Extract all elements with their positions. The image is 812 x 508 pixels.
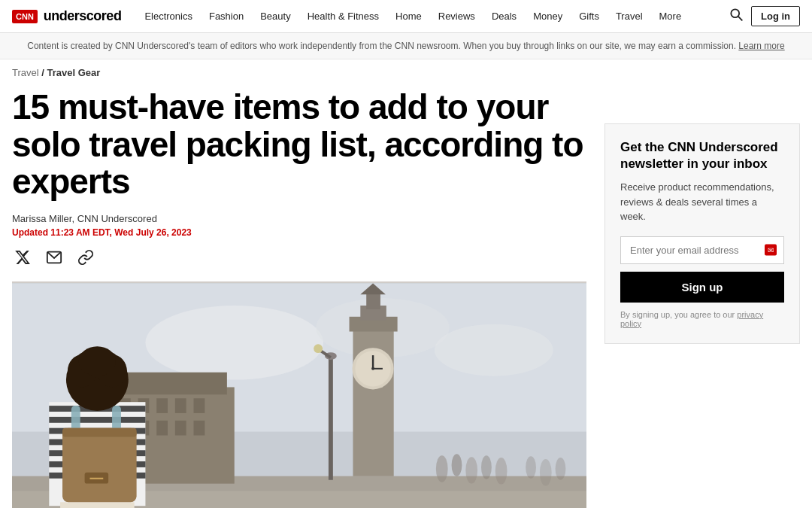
svg-point-59 [452,454,462,476]
article-date-text: 11:23 AM EDT, Wed July 26, 2023 [50,227,191,238]
page-content: 15 must-have items to add to your solo t… [0,86,812,508]
svg-point-61 [481,455,492,479]
copy-link-button[interactable] [75,247,96,268]
email-icon: ✉ [765,245,777,256]
breadcrumb-gear: Travel Gear [47,67,101,78]
nav-link-home[interactable]: Home [387,11,430,22]
svg-rect-21 [156,421,168,436]
article-date: Updated 11:23 AM EDT, Wed July 26, 2023 [12,227,586,238]
newsletter-signup-button[interactable]: Sign up [620,272,784,303]
breadcrumb-travel[interactable]: Travel [12,67,39,78]
svg-point-0 [731,9,739,17]
disclaimer-text: Content is created by CNN Underscored's … [27,41,736,51]
svg-rect-16 [175,398,186,413]
svg-rect-54 [62,428,137,503]
svg-rect-15 [156,398,168,413]
terms-prefix: By signing up, you agree to our [620,310,735,319]
svg-rect-55 [62,428,137,437]
nav-link-beauty[interactable]: Beauty [252,11,298,22]
email-share-button[interactable] [44,247,65,268]
svg-point-63 [526,456,536,479]
nav-actions: Log in [729,6,800,26]
nav-link-deals[interactable]: Deals [483,11,525,22]
svg-point-58 [436,455,448,482]
breadcrumb-separator: / [41,67,47,78]
svg-rect-46 [60,502,135,508]
svg-rect-24 [353,321,393,476]
social-share-bar [12,247,586,268]
svg-rect-23 [194,421,205,436]
article-main: 15 must-have items to add to your solo t… [12,86,586,508]
disclaimer-bar: Content is created by CNN Underscored's … [0,33,812,59]
disclaimer-learn-more[interactable]: Learn more [738,41,784,51]
newsletter-title: Get the CNN Underscored newsletter in yo… [620,139,784,172]
cnn-logo: CNN [12,10,38,23]
nav-link-travel[interactable]: Travel [607,11,651,22]
breadcrumb: Travel / Travel Gear [0,59,812,86]
nav-links: ElectronicsFashionBeautyHealth & Fitness… [136,11,729,22]
article-hero-image [12,281,586,508]
email-input-wrapper: ✉ [620,236,784,264]
svg-point-60 [465,457,477,483]
newsletter-description: Receive product recommendations, reviews… [620,180,784,224]
nav-link-electronics[interactable]: Electronics [136,11,201,22]
svg-point-7 [435,324,553,376]
svg-rect-57 [90,478,104,479]
svg-rect-40 [49,417,145,423]
login-button[interactable]: Log in [751,6,800,26]
newsletter-signup-box: Get the CNN Underscored newsletter in yo… [604,123,800,344]
site-logo[interactable]: CNN underscored [12,8,121,24]
article-author: Marissa Miller, CNN Underscored [12,213,586,224]
nav-link-gifts[interactable]: Gifts [571,11,607,22]
svg-point-65 [556,458,566,480]
navigation-bar: CNN underscored ElectronicsFashionBeauty… [0,0,812,33]
nav-link-health-fitness[interactable]: Health & Fitness [299,11,387,22]
svg-line-1 [738,17,742,20]
email-input[interactable] [620,236,784,264]
article-title: 15 must-have items to add to your solo t… [12,89,586,201]
nav-link-more[interactable]: More [651,11,690,22]
article-sidebar: Get the CNN Underscored newsletter in yo… [604,86,800,508]
svg-rect-22 [175,421,186,436]
svg-point-5 [145,306,323,380]
article-date-prefix: Updated [12,227,48,238]
twitter-share-button[interactable] [12,247,33,268]
underscored-logo: underscored [44,8,122,24]
svg-rect-17 [194,398,205,413]
svg-point-37 [314,344,323,353]
search-button[interactable] [729,7,744,26]
newsletter-terms: By signing up, you agree to our privacy … [620,310,784,328]
nav-link-money[interactable]: Money [525,11,571,22]
svg-point-51 [79,346,116,376]
nav-link-fashion[interactable]: Fashion [201,11,252,22]
svg-point-62 [495,458,508,484]
svg-point-64 [540,459,552,485]
nav-link-reviews[interactable]: Reviews [430,11,483,22]
